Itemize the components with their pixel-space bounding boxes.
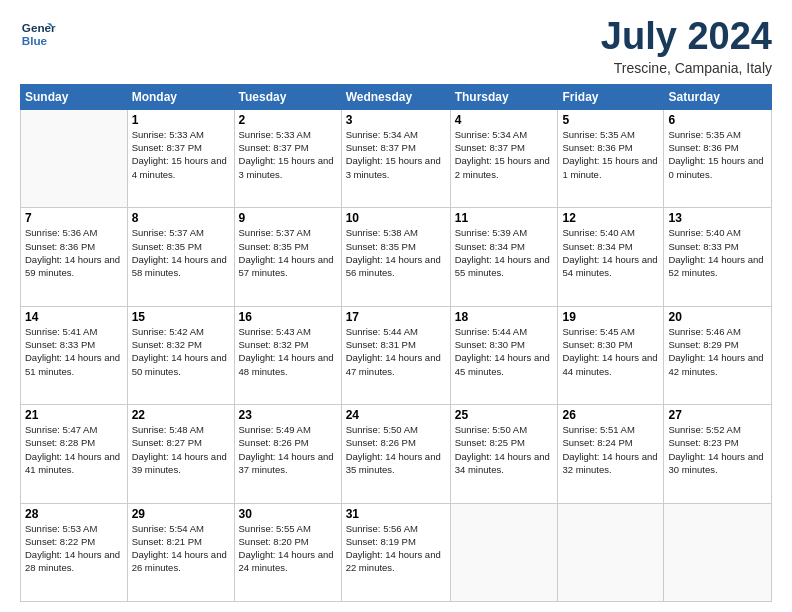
day-number: 5	[562, 113, 659, 127]
subtitle: Trescine, Campania, Italy	[601, 60, 772, 76]
daylight-text: Daylight: 14 hours and 34 minutes.	[455, 451, 550, 475]
col-wednesday: Wednesday	[341, 84, 450, 109]
calendar-cell: 7 Sunrise: 5:36 AM Sunset: 8:36 PM Dayli…	[21, 208, 128, 306]
daylight-text: Daylight: 14 hours and 44 minutes.	[562, 352, 657, 376]
cell-info: Sunrise: 5:35 AM Sunset: 8:36 PM Dayligh…	[668, 128, 767, 181]
sunrise-text: Sunrise: 5:51 AM	[562, 424, 634, 435]
day-number: 14	[25, 310, 123, 324]
day-number: 31	[346, 507, 446, 521]
sunrise-text: Sunrise: 5:34 AM	[455, 129, 527, 140]
sunset-text: Sunset: 8:32 PM	[239, 339, 309, 350]
sunset-text: Sunset: 8:30 PM	[455, 339, 525, 350]
sunset-text: Sunset: 8:34 PM	[562, 241, 632, 252]
cell-info: Sunrise: 5:39 AM Sunset: 8:34 PM Dayligh…	[455, 226, 554, 279]
sunset-text: Sunset: 8:33 PM	[668, 241, 738, 252]
sunrise-text: Sunrise: 5:36 AM	[25, 227, 97, 238]
day-number: 19	[562, 310, 659, 324]
svg-text:Blue: Blue	[22, 34, 48, 47]
calendar-week-4: 28 Sunrise: 5:53 AM Sunset: 8:22 PM Dayl…	[21, 503, 772, 601]
cell-info: Sunrise: 5:34 AM Sunset: 8:37 PM Dayligh…	[455, 128, 554, 181]
sunrise-text: Sunrise: 5:34 AM	[346, 129, 418, 140]
sunrise-text: Sunrise: 5:37 AM	[132, 227, 204, 238]
sunset-text: Sunset: 8:23 PM	[668, 437, 738, 448]
daylight-text: Daylight: 14 hours and 32 minutes.	[562, 451, 657, 475]
sunset-text: Sunset: 8:25 PM	[455, 437, 525, 448]
sunrise-text: Sunrise: 5:33 AM	[132, 129, 204, 140]
logo: General Blue	[20, 16, 56, 52]
daylight-text: Daylight: 14 hours and 24 minutes.	[239, 549, 334, 573]
calendar-cell: 31 Sunrise: 5:56 AM Sunset: 8:19 PM Dayl…	[341, 503, 450, 601]
col-thursday: Thursday	[450, 84, 558, 109]
calendar-cell: 14 Sunrise: 5:41 AM Sunset: 8:33 PM Dayl…	[21, 306, 128, 404]
sunset-text: Sunset: 8:35 PM	[132, 241, 202, 252]
cell-info: Sunrise: 5:36 AM Sunset: 8:36 PM Dayligh…	[25, 226, 123, 279]
day-number: 24	[346, 408, 446, 422]
day-number: 26	[562, 408, 659, 422]
calendar-week-3: 21 Sunrise: 5:47 AM Sunset: 8:28 PM Dayl…	[21, 405, 772, 503]
calendar-cell: 5 Sunrise: 5:35 AM Sunset: 8:36 PM Dayli…	[558, 109, 664, 207]
col-sunday: Sunday	[21, 84, 128, 109]
cell-info: Sunrise: 5:38 AM Sunset: 8:35 PM Dayligh…	[346, 226, 446, 279]
cell-info: Sunrise: 5:49 AM Sunset: 8:26 PM Dayligh…	[239, 423, 337, 476]
cell-info: Sunrise: 5:33 AM Sunset: 8:37 PM Dayligh…	[132, 128, 230, 181]
daylight-text: Daylight: 14 hours and 57 minutes.	[239, 254, 334, 278]
calendar: Sunday Monday Tuesday Wednesday Thursday…	[20, 84, 772, 602]
calendar-cell: 26 Sunrise: 5:51 AM Sunset: 8:24 PM Dayl…	[558, 405, 664, 503]
sunset-text: Sunset: 8:35 PM	[346, 241, 416, 252]
col-friday: Friday	[558, 84, 664, 109]
sunrise-text: Sunrise: 5:35 AM	[668, 129, 740, 140]
sunset-text: Sunset: 8:29 PM	[668, 339, 738, 350]
sunset-text: Sunset: 8:35 PM	[239, 241, 309, 252]
sunrise-text: Sunrise: 5:37 AM	[239, 227, 311, 238]
day-number: 9	[239, 211, 337, 225]
sunset-text: Sunset: 8:26 PM	[239, 437, 309, 448]
daylight-text: Daylight: 14 hours and 55 minutes.	[455, 254, 550, 278]
sunset-text: Sunset: 8:37 PM	[455, 142, 525, 153]
cell-info: Sunrise: 5:54 AM Sunset: 8:21 PM Dayligh…	[132, 522, 230, 575]
cell-info: Sunrise: 5:35 AM Sunset: 8:36 PM Dayligh…	[562, 128, 659, 181]
daylight-text: Daylight: 15 hours and 3 minutes.	[239, 155, 334, 179]
calendar-cell: 18 Sunrise: 5:44 AM Sunset: 8:30 PM Dayl…	[450, 306, 558, 404]
sunset-text: Sunset: 8:37 PM	[239, 142, 309, 153]
day-number: 13	[668, 211, 767, 225]
daylight-text: Daylight: 15 hours and 0 minutes.	[668, 155, 763, 179]
day-number: 23	[239, 408, 337, 422]
day-number: 25	[455, 408, 554, 422]
sunset-text: Sunset: 8:19 PM	[346, 536, 416, 547]
sunset-text: Sunset: 8:32 PM	[132, 339, 202, 350]
daylight-text: Daylight: 14 hours and 51 minutes.	[25, 352, 120, 376]
calendar-cell: 30 Sunrise: 5:55 AM Sunset: 8:20 PM Dayl…	[234, 503, 341, 601]
day-number: 8	[132, 211, 230, 225]
day-number: 6	[668, 113, 767, 127]
sunset-text: Sunset: 8:36 PM	[668, 142, 738, 153]
cell-info: Sunrise: 5:55 AM Sunset: 8:20 PM Dayligh…	[239, 522, 337, 575]
sunset-text: Sunset: 8:28 PM	[25, 437, 95, 448]
cell-info: Sunrise: 5:56 AM Sunset: 8:19 PM Dayligh…	[346, 522, 446, 575]
calendar-cell	[21, 109, 128, 207]
cell-info: Sunrise: 5:44 AM Sunset: 8:31 PM Dayligh…	[346, 325, 446, 378]
cell-info: Sunrise: 5:46 AM Sunset: 8:29 PM Dayligh…	[668, 325, 767, 378]
cell-info: Sunrise: 5:37 AM Sunset: 8:35 PM Dayligh…	[239, 226, 337, 279]
day-number: 18	[455, 310, 554, 324]
sunrise-text: Sunrise: 5:38 AM	[346, 227, 418, 238]
daylight-text: Daylight: 14 hours and 39 minutes.	[132, 451, 227, 475]
sunrise-text: Sunrise: 5:50 AM	[455, 424, 527, 435]
day-number: 17	[346, 310, 446, 324]
title-block: July 2024 Trescine, Campania, Italy	[601, 16, 772, 76]
daylight-text: Daylight: 14 hours and 42 minutes.	[668, 352, 763, 376]
daylight-text: Daylight: 15 hours and 2 minutes.	[455, 155, 550, 179]
calendar-cell: 11 Sunrise: 5:39 AM Sunset: 8:34 PM Dayl…	[450, 208, 558, 306]
sunset-text: Sunset: 8:21 PM	[132, 536, 202, 547]
sunset-text: Sunset: 8:20 PM	[239, 536, 309, 547]
sunrise-text: Sunrise: 5:54 AM	[132, 523, 204, 534]
sunrise-text: Sunrise: 5:50 AM	[346, 424, 418, 435]
sunset-text: Sunset: 8:33 PM	[25, 339, 95, 350]
daylight-text: Daylight: 15 hours and 4 minutes.	[132, 155, 227, 179]
daylight-text: Daylight: 14 hours and 41 minutes.	[25, 451, 120, 475]
sunset-text: Sunset: 8:36 PM	[562, 142, 632, 153]
sunrise-text: Sunrise: 5:42 AM	[132, 326, 204, 337]
sunrise-text: Sunrise: 5:47 AM	[25, 424, 97, 435]
cell-info: Sunrise: 5:44 AM Sunset: 8:30 PM Dayligh…	[455, 325, 554, 378]
day-number: 21	[25, 408, 123, 422]
cell-info: Sunrise: 5:50 AM Sunset: 8:26 PM Dayligh…	[346, 423, 446, 476]
